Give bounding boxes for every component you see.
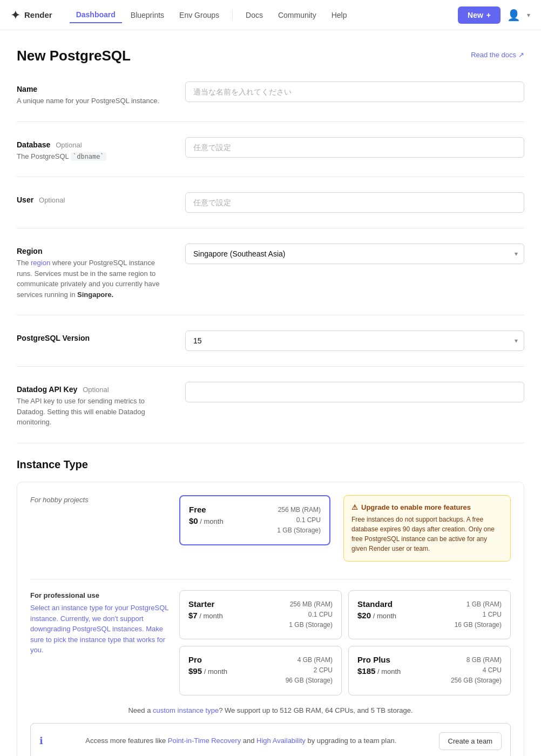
pg-version-label-col: PostgreSQL Version — [17, 330, 168, 345]
logo[interactable]: ✦ Render — [11, 9, 52, 22]
free-row: Free $0 / month 256 MB (RAM) 0.1 CPU — [179, 495, 511, 562]
pro-ram: 4 GB (RAM) — [286, 655, 333, 665]
starter-price: $7 / month — [188, 611, 223, 620]
high-availability-link[interactable]: High Availability — [256, 737, 306, 745]
database-desc: The PostgreSQL `dbname` — [17, 151, 168, 162]
datadog-row: Datadog API Key Optional The API key to … — [17, 382, 524, 428]
database-input[interactable] — [185, 137, 524, 158]
pro-label-col: For professional use Select an instance … — [30, 590, 171, 656]
region-link[interactable]: region — [31, 259, 50, 267]
nav-dashboard[interactable]: Dashboard — [70, 7, 122, 23]
pg-version-input-col: 15 14 13 12 ▾ — [185, 330, 524, 351]
read-docs-label: Read the docs — [471, 51, 516, 59]
pg-version-label: PostgreSQL Version — [17, 334, 168, 342]
region-label: Region — [17, 247, 168, 255]
upgrade-banner: ℹ Access more features like Point-in-Tim… — [30, 723, 511, 756]
name-label: Name — [17, 85, 168, 93]
free-ram: 256 MB (RAM) — [277, 505, 321, 515]
name-input-col — [185, 82, 524, 102]
user-chevron-icon[interactable]: ▾ — [527, 11, 530, 19]
page-header: New PostgreSQL Read the docs ↗ — [17, 48, 524, 64]
instance-divider — [30, 579, 511, 579]
professional-row: For professional use Select an instance … — [30, 590, 511, 696]
standard-plan-card[interactable]: Standard $20 / month 1 GB (RAM) 1 CPU 16… — [348, 590, 511, 640]
region-select[interactable]: Singapore (Southeast Asia) Oregon (US We… — [185, 244, 524, 264]
page-title: New PostgreSQL — [17, 48, 131, 64]
free-warning-text: Free instances do not support backups. A… — [351, 515, 503, 554]
pro-plus-info: Pro Plus $185 / month — [357, 655, 401, 676]
new-button[interactable]: New + — [458, 6, 501, 24]
standard-specs: 1 GB (RAM) 1 CPU 16 GB (Storage) — [455, 599, 502, 631]
region-select-wrap: Singapore (Southeast Asia) Oregon (US We… — [185, 244, 524, 264]
free-storage: 1 GB (Storage) — [277, 525, 321, 536]
free-card-col: Free $0 / month 256 MB (RAM) 0.1 CPU — [179, 495, 330, 546]
divider-6 — [17, 443, 524, 443]
nav-env-groups[interactable]: Env Groups — [173, 8, 226, 23]
pro-plus-price-per: / month — [377, 667, 401, 676]
region-row: Region The region where your PostgreSQL … — [17, 244, 524, 300]
database-row: Database Optional The PostgreSQL `dbname… — [17, 137, 524, 162]
pro-plus-name: Pro Plus — [357, 655, 401, 664]
region-input-col: Singapore (Southeast Asia) Oregon (US We… — [185, 244, 524, 264]
read-docs-link[interactable]: Read the docs ↗ — [471, 51, 524, 59]
standard-name: Standard — [357, 599, 396, 609]
divider-5 — [17, 366, 524, 367]
user-input[interactable] — [185, 192, 524, 213]
name-input[interactable] — [185, 82, 524, 102]
nav-blueprints[interactable]: Blueprints — [124, 8, 171, 23]
pro-cpu: 2 CPU — [286, 665, 333, 676]
navbar: ✦ Render Dashboard Blueprints Env Groups… — [0, 0, 541, 30]
hobby-content: Free $0 / month 256 MB (RAM) 0.1 CPU — [179, 495, 511, 568]
pro-plus-plan-card[interactable]: Pro Plus $185 / month 8 GB (RAM) 4 CPU 2… — [348, 646, 511, 696]
nav-right: New + 👤 ▾ — [458, 6, 530, 24]
name-desc: A unique name for your PostgreSQL instan… — [17, 96, 168, 106]
pro-plus-specs: 8 GB (RAM) 4 CPU 256 GB (Storage) — [451, 655, 502, 686]
datadog-input-col — [185, 382, 524, 402]
database-optional: Optional — [56, 141, 82, 149]
datadog-label-col: Datadog API Key Optional The API key to … — [17, 382, 168, 428]
starter-cpu: 0.1 CPU — [289, 610, 333, 620]
pg-version-row: PostgreSQL Version 15 14 13 12 ▾ — [17, 330, 524, 351]
pro-plus-ram: 8 GB (RAM) — [451, 655, 502, 665]
datadog-input[interactable] — [185, 382, 524, 402]
nav-help[interactable]: Help — [325, 8, 354, 23]
nav-links: Dashboard Blueprints Env Groups Docs Com… — [70, 7, 458, 23]
pro-plus-storage: 256 GB (Storage) — [451, 676, 502, 686]
free-warning: ⚠ Upgrade to enable more features Free i… — [343, 495, 511, 562]
nav-community[interactable]: Community — [272, 8, 323, 23]
custom-instance-link[interactable]: custom instance type — [153, 706, 219, 714]
pro-plus-cpu: 4 CPU — [451, 665, 502, 676]
main-content: New PostgreSQL Read the docs ↗ Name A un… — [6, 30, 535, 756]
new-plus: + — [486, 11, 491, 19]
pro-use-label: For professional use — [30, 590, 171, 601]
divider-2 — [17, 177, 524, 177]
pro-plus-card-header: Pro Plus $185 / month 8 GB (RAM) 4 CPU 2… — [357, 655, 502, 686]
instance-type-container: For hobby projects Free $0 / month — [17, 482, 524, 757]
free-price-per: / month — [200, 517, 223, 525]
standard-price-value: $20 — [357, 611, 371, 620]
pro-plus-price-value: $185 — [357, 666, 375, 676]
external-link-icon: ↗ — [518, 51, 524, 59]
hobby-row: For hobby projects Free $0 / month — [30, 495, 511, 568]
free-plan-card[interactable]: Free $0 / month 256 MB (RAM) 0.1 CPU — [179, 495, 330, 546]
nav-docs[interactable]: Docs — [239, 8, 269, 23]
database-label: Database Optional — [17, 140, 168, 149]
create-team-button[interactable]: Create a team — [439, 732, 502, 750]
pro-plan-card[interactable]: Pro $95 / month 4 GB (RAM) 2 CPU 96 GB (… — [179, 646, 342, 696]
standard-card-header: Standard $20 / month 1 GB (RAM) 1 CPU 16… — [357, 599, 502, 631]
user-row: User Optional — [17, 192, 524, 213]
pro-price: $95 / month — [188, 666, 227, 676]
starter-plan-card[interactable]: Starter $7 / month 256 MB (RAM) 0.1 CPU … — [179, 590, 342, 640]
starter-info: Starter $7 / month — [188, 599, 223, 620]
standard-storage: 16 GB (Storage) — [455, 620, 502, 630]
region-bold: Singapore. — [77, 291, 113, 299]
logo-text: Render — [24, 10, 52, 19]
new-label: New — [468, 11, 483, 19]
user-avatar-icon[interactable]: 👤 — [507, 9, 520, 22]
pg-version-select[interactable]: 15 14 13 12 — [185, 330, 524, 351]
user-input-col — [185, 192, 524, 213]
hobby-label-col: For hobby projects — [30, 495, 171, 504]
user-label-col: User Optional — [17, 192, 168, 206]
datadog-optional: Optional — [83, 386, 109, 394]
point-in-time-link[interactable]: Point-in-Time Recovery — [168, 737, 241, 745]
